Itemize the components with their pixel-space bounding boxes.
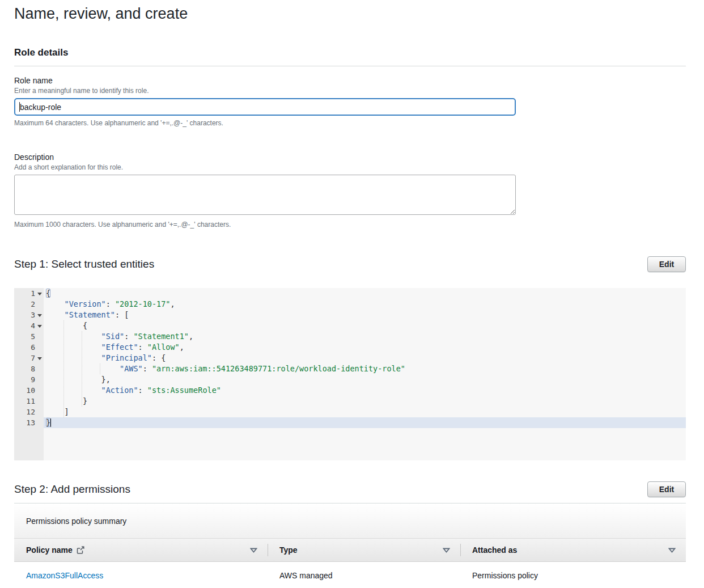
editor-line-number: 13 <box>14 417 44 428</box>
editor-code-text: "Statement": [ <box>44 310 686 320</box>
editor-line: 13} <box>14 417 686 428</box>
column-header-type: Type <box>268 539 460 561</box>
policy-name-cell: AmazonS3FullAccess <box>14 571 268 580</box>
step2-header: Step 2: Add permissions Edit <box>14 481 686 497</box>
step1-header: Step 1: Select trusted entities Edit <box>14 256 686 272</box>
editor-line-number: 1 <box>14 288 44 299</box>
role-name-input[interactable] <box>14 98 516 116</box>
external-link-icon <box>77 546 84 554</box>
editor-line-number: 3 <box>14 310 44 320</box>
editor-filler-row <box>14 428 686 460</box>
json-policy-editor[interactable]: 1{2 "Version": "2012-10-17",3 "Statement… <box>14 288 686 460</box>
editor-code-text: { <box>44 320 686 331</box>
step1-heading: Step 1: Select trusted entities <box>14 258 154 270</box>
fold-caret-icon[interactable] <box>35 288 44 299</box>
editor-code-text: }, <box>44 374 686 385</box>
permissions-table-header: Policy name Type <box>14 539 686 562</box>
divider <box>14 66 686 66</box>
permissions-table-body: AmazonS3FullAccessAWS managedPermissions… <box>14 562 686 588</box>
editor-code-text: "Sid": "Statement1", <box>44 331 686 342</box>
policy-name-link[interactable]: AmazonS3FullAccess <box>26 571 103 580</box>
editor-cursor <box>50 418 51 427</box>
step2-heading: Step 2: Add permissions <box>14 483 130 496</box>
editor-line: 12 ] <box>14 407 686 417</box>
permissions-summary-panel: Permissions policy summary Policy name T <box>14 504 686 588</box>
editor-line: 5 "Sid": "Statement1", <box>14 331 686 342</box>
editor-line-number: 2 <box>14 299 44 310</box>
description-textarea[interactable] <box>14 175 516 215</box>
editor-code-text: ] <box>44 407 686 417</box>
editor-line-number: 10 <box>14 385 44 396</box>
editor-line-number: 4 <box>14 320 44 331</box>
role-name-field-group: Role name Enter a meaningful name to ide… <box>14 76 686 127</box>
editor-line: 3 "Statement": [ <box>14 310 686 320</box>
editor-line-number: 6 <box>14 342 44 353</box>
editor-line: 7 "Principal": { <box>14 353 686 363</box>
role-details-heading: Role details <box>14 47 686 58</box>
editor-code-text: "AWS": "arn:aws:iam::541263489771:role/w… <box>44 363 686 374</box>
role-name-hint: Maximum 64 characters. Use alphanumeric … <box>14 119 686 127</box>
description-label: Description <box>14 153 686 162</box>
permissions-panel-heading: Permissions policy summary <box>14 504 686 539</box>
editor-line-number: 7 <box>14 353 44 363</box>
editor-line-number: 12 <box>14 407 44 417</box>
editor-line: 6 "Effect": "Allow", <box>14 342 686 353</box>
attached-as-filter-icon[interactable] <box>667 547 677 554</box>
editor-code-text: "Action": "sts:AssumeRole" <box>44 385 686 396</box>
editor-line: 4 { <box>14 320 686 331</box>
editor-code-text: } <box>44 417 686 428</box>
editor-line-number: 8 <box>14 363 44 374</box>
editor-code-text: } <box>44 396 686 407</box>
editor-line: 11 } <box>14 396 686 407</box>
editor-code-text: "Effect": "Allow", <box>44 342 686 353</box>
editor-code-text: "Principal": { <box>44 353 686 363</box>
page-title: Name, review, and create <box>14 5 686 23</box>
column-header-attached-as: Attached as <box>460 539 686 561</box>
step2-edit-button[interactable]: Edit <box>647 481 686 497</box>
table-row: AmazonS3FullAccessAWS managedPermissions… <box>14 562 686 588</box>
editor-code-text: { <box>44 288 686 299</box>
editor-line-number: 11 <box>14 396 44 407</box>
description-helper: Add a short explanation for this role. <box>14 163 686 171</box>
step1-edit-button[interactable]: Edit <box>647 256 686 272</box>
type-filter-icon[interactable] <box>442 547 451 554</box>
editor-line: 10 "Action": "sts:AssumeRole" <box>14 385 686 396</box>
policy-name-filter-icon[interactable] <box>249 547 258 554</box>
editor-code-text: "Version": "2012-10-17", <box>44 299 686 310</box>
policy-type-cell: AWS managed <box>268 571 460 580</box>
fold-caret-icon[interactable] <box>35 310 44 320</box>
text-caret <box>19 102 20 112</box>
editor-line: 2 "Version": "2012-10-17", <box>14 299 686 310</box>
fold-caret-icon[interactable] <box>35 353 44 363</box>
attached-as-cell: Permissions policy <box>460 571 686 580</box>
editor-line: 9 }, <box>14 374 686 385</box>
editor-line: 1{ <box>14 288 686 299</box>
role-name-helper: Enter a meaningful name to identify this… <box>14 87 686 95</box>
editor-gutter <box>14 428 44 460</box>
name-review-create-page: Name, review, and create Role details Ro… <box>0 0 704 588</box>
editor-line-number: 5 <box>14 331 44 342</box>
fold-caret-icon[interactable] <box>35 320 44 331</box>
editor-line-number: 9 <box>14 374 44 385</box>
column-header-policy-name: Policy name <box>14 539 268 561</box>
description-hint: Maximum 1000 characters. Use alphanumeri… <box>14 221 686 229</box>
description-field-group: Description Add a short explanation for … <box>14 153 686 229</box>
role-name-label: Role name <box>14 76 686 85</box>
editor-line: 8 "AWS": "arn:aws:iam::541263489771:role… <box>14 363 686 374</box>
